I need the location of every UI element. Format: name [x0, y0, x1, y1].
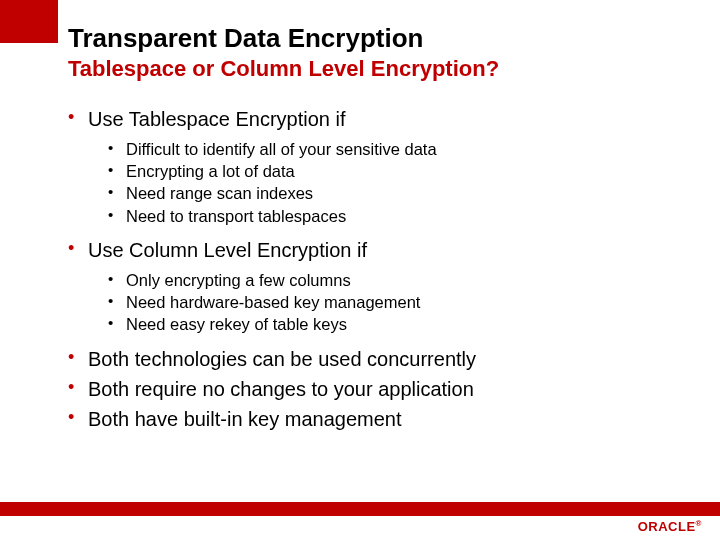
- slide-content: Transparent Data Encryption Tablespace o…: [0, 0, 720, 432]
- list-item: Only encrypting a few columns: [108, 269, 690, 291]
- list-item: Use Column Level Encryption if Only encr…: [68, 237, 690, 336]
- list-item: Both require no changes to your applicat…: [68, 376, 690, 402]
- list-item: Both technologies can be used concurrent…: [68, 346, 690, 372]
- list-item-text: Use Column Level Encryption if: [88, 239, 367, 261]
- slide-title: Transparent Data Encryption: [68, 24, 690, 54]
- list-item: Use Tablespace Encryption if Difficult t…: [68, 106, 690, 227]
- corner-accent: [0, 0, 58, 43]
- list-item: Both have built-in key management: [68, 406, 690, 432]
- list-item: Need easy rekey of table keys: [108, 313, 690, 335]
- list-item: Need range scan indexes: [108, 182, 690, 204]
- footer-bar: [0, 502, 720, 516]
- slide-subtitle: Tablespace or Column Level Encryption?: [68, 56, 690, 82]
- list-item: Encrypting a lot of data: [108, 160, 690, 182]
- list-item: Need to transport tablespaces: [108, 205, 690, 227]
- sub-list: Only encrypting a few columns Need hardw…: [88, 269, 690, 336]
- oracle-logo: ORACLE®: [638, 519, 702, 534]
- sub-list: Difficult to identify all of your sensit…: [88, 138, 690, 227]
- bullet-list: Use Tablespace Encryption if Difficult t…: [68, 106, 690, 432]
- list-item: Need hardware-based key management: [108, 291, 690, 313]
- list-item: Difficult to identify all of your sensit…: [108, 138, 690, 160]
- list-item-text: Use Tablespace Encryption if: [88, 108, 346, 130]
